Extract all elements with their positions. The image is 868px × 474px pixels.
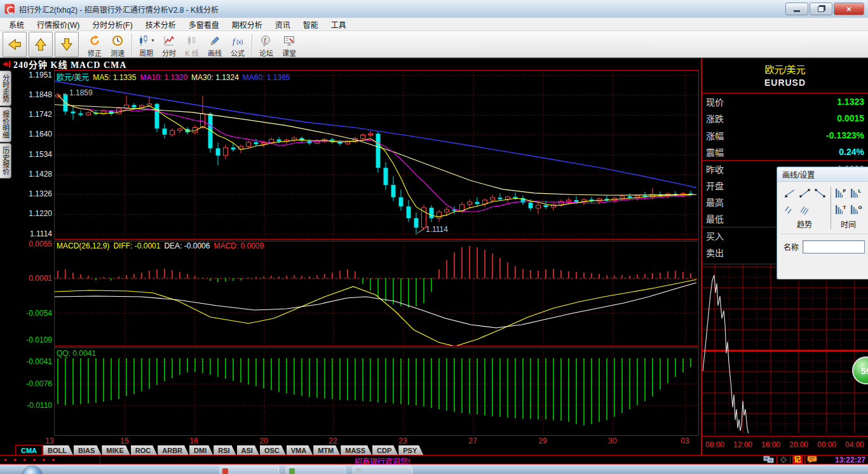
side-tab-1[interactable]: 报价明细 — [0, 107, 11, 142]
toolbar-button-label: 周期 — [139, 48, 153, 58]
menu-item-8[interactable]: 工具 — [325, 18, 353, 31]
toolbar-公式-button[interactable]: f(x) 公式 — [226, 32, 249, 57]
dialog-title[interactable]: 画线/设置 — [777, 167, 868, 182]
settings-icon[interactable] — [779, 456, 788, 464]
menu-item-0[interactable]: 系统 — [3, 18, 31, 31]
toolbar-论坛-button[interactable]: t 论坛 — [255, 32, 278, 57]
indicator-tab-DMI[interactable]: DMI — [189, 445, 213, 455]
start-button[interactable] — [23, 466, 42, 474]
taskbar-app-button[interactable] — [219, 466, 279, 474]
restore-button[interactable] — [810, 3, 832, 15]
indicator-tab-CMA[interactable]: CMA — [15, 445, 43, 455]
draw-tool-button[interactable] — [813, 187, 827, 200]
draw-tool-button[interactable]: F — [834, 187, 848, 200]
menu-item-3[interactable]: 技术分析 — [139, 18, 182, 31]
svg-text:←1.1859: ←1.1859 — [62, 88, 93, 97]
indicator-tab-ARBR[interactable]: ARBR — [158, 445, 189, 455]
menu-item-1[interactable]: 行情报价(W) — [31, 18, 86, 31]
macd-chart[interactable]: MACD(26,12,9)DIFF: -0.0001DEA: -0.0006MA… — [54, 241, 699, 346]
indicator-tab-PSY[interactable]: PSY — [398, 445, 423, 455]
name-input[interactable] — [803, 240, 865, 254]
status-bar: ● ● ● ● ● ● 招商银行欢迎您! 记 13:22:27 — [0, 455, 868, 464]
trend-ray-icon — [813, 187, 826, 199]
message-icon[interactable] — [807, 456, 817, 464]
date-axis-label: 13 — [45, 437, 53, 445]
toolbar: 修正 测速 ▼ 周期 分时 K 线 画线 f(x) 公式 — [0, 31, 868, 58]
quote-row-value: 1.1323 — [837, 97, 864, 107]
taskbar-app-button[interactable] — [286, 466, 346, 474]
side-tab-2[interactable]: 历史报价 — [0, 143, 11, 179]
side-tab-0[interactable]: 分时走势 — [0, 71, 11, 106]
kline-icon — [186, 34, 198, 47]
draw-tool-button[interactable]: G — [849, 203, 863, 216]
back-button[interactable] — [3, 32, 27, 57]
taskbar-app-button[interactable] — [353, 466, 412, 474]
indicator-tab-ASI[interactable]: ASI — [237, 445, 259, 455]
status-clock: 13:22:27 — [835, 456, 865, 464]
qq-chart[interactable]: QQ: 0.0041 — [54, 348, 699, 436]
candlestick-chart[interactable]: ←1.18591.1114 欧元/美元MA5: 1.1335MA10: 1.13… — [54, 70, 699, 240]
indicator-tab-OSC[interactable]: OSC — [260, 445, 286, 455]
quote-row-涨跌[interactable]: 涨跌 0.0015 — [702, 110, 868, 126]
price-axis-label: 1.1534 — [14, 150, 52, 159]
toolbar-画线-button[interactable]: 画线 — [203, 32, 226, 57]
toolbar-separator — [252, 34, 252, 55]
indicator-tab-RSI[interactable]: RSI — [214, 445, 236, 455]
tray-icons: 记 — [763, 456, 817, 464]
down-button[interactable] — [55, 32, 79, 57]
indicator-tab-MTM[interactable]: MTM — [313, 445, 340, 455]
refresh-icon — [88, 34, 101, 47]
indicator-tab-BIAS[interactable]: BIAS — [74, 445, 101, 455]
date-axis-label: 16 — [189, 437, 198, 445]
date-axis: 13151620222327293003 — [13, 436, 701, 445]
mini-intraday-chart[interactable] — [702, 264, 868, 434]
toolbar-测速-button[interactable]: 测速 — [106, 32, 129, 57]
indicator-tab-VMA[interactable]: VMA — [287, 445, 313, 455]
mini-chart-svg — [702, 264, 868, 433]
indicator-tab-ROC[interactable]: ROC — [131, 445, 157, 455]
close-button[interactable]: ✕ — [834, 3, 864, 15]
menu-item-6[interactable]: 资讯 — [269, 18, 297, 31]
title-bar: 招行外汇2(fxhq2) - 招商银行外汇通行情分析V2.8 - K线分析 ✕ — [0, 0, 868, 18]
name-field-label: 名称 — [783, 241, 799, 252]
minimize-button[interactable] — [785, 3, 808, 15]
draw-tool-button[interactable] — [797, 203, 811, 216]
left-tab-strip: 分时走势报价明细历史报价 — [0, 70, 13, 455]
indicator-tab-CDP[interactable]: CDP — [372, 445, 398, 455]
draw-tool-button[interactable] — [782, 203, 796, 216]
toolbar-课堂-button[interactable]: 课堂 — [278, 32, 301, 57]
toolbar-button-label: 画线 — [208, 48, 222, 58]
formula-icon: f(x) — [231, 34, 244, 47]
quote-row-震幅[interactable]: 震幅 0.24% — [702, 144, 868, 160]
menu-item-2[interactable]: 分时分析(F) — [86, 18, 139, 31]
price-axis-label: 1.1742 — [14, 110, 52, 119]
toolbar-周期-button[interactable]: ▼ 周期 — [135, 32, 158, 57]
indicator-tab-MASS[interactable]: MASS — [341, 445, 372, 455]
toolbar-修正-button[interactable]: 修正 — [83, 32, 106, 57]
macd-axis-label: 0.0055 — [14, 240, 52, 248]
menu-item-4[interactable]: 多窗看盘 — [182, 18, 226, 31]
draw-tool-button[interactable]: T — [834, 203, 848, 216]
led-dots: ● ● ● ● ● ● — [4, 457, 57, 463]
indicator-tab-BOLL[interactable]: BOLL — [43, 445, 73, 455]
toolbar-K 线-button[interactable]: K 线 — [180, 32, 203, 57]
draw-tool-button[interactable] — [797, 187, 811, 200]
quote-row-现价[interactable]: 现价 1.1323 — [702, 93, 868, 110]
quote-row-涨幅[interactable]: 涨幅 -0.1323% — [702, 127, 868, 144]
indicator-tab-MIKE[interactable]: MIKE — [102, 445, 130, 455]
draw-tool-button[interactable] — [782, 187, 796, 200]
price-axis-label: 1.1114 — [14, 229, 52, 238]
price-axis: 1.19511.18481.17421.16401.15341.14281.13… — [13, 70, 53, 436]
menu-item-5[interactable]: 期权分析 — [226, 18, 269, 31]
quote-row-label: 卖出 — [706, 246, 724, 259]
windows-taskbar[interactable] — [0, 464, 868, 474]
ma5-label: MA5: 1.1335 — [93, 73, 136, 82]
menu-item-7[interactable]: 智能 — [297, 18, 325, 31]
up-button[interactable] — [29, 32, 53, 57]
pencil-icon — [208, 34, 221, 47]
mini-time-label: 04:00 — [845, 440, 864, 449]
network-computer-icon[interactable] — [763, 456, 775, 464]
note-icon[interactable]: 记 — [792, 456, 803, 464]
toolbar-分时-button[interactable]: 分时 — [158, 32, 180, 57]
draw-tool-button[interactable]: L — [849, 187, 863, 200]
